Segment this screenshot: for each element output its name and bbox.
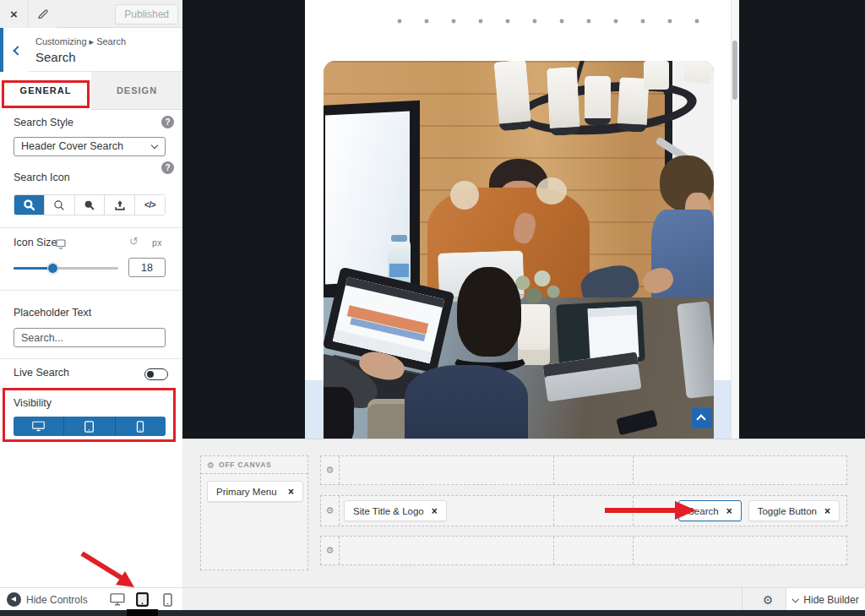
gear-icon[interactable]: ⚙ — [207, 461, 215, 470]
controls-footer: Hide Controls — [0, 587, 182, 610]
tab-bar: GENERAL DESIGN — [0, 72, 182, 110]
reset-icon[interactable]: ↺ — [129, 235, 139, 248]
help-icon[interactable]: ? — [161, 161, 174, 174]
builder-cell[interactable] — [634, 537, 846, 564]
search-bold-icon[interactable] — [14, 195, 44, 215]
search-filled-icon[interactable] — [74, 195, 105, 215]
triangle-left-icon — [11, 597, 16, 602]
remove-icon[interactable]: × — [288, 487, 294, 497]
breadcrumb: Customizing ▸ Search — [35, 36, 126, 47]
photo-lamp-shade — [547, 67, 580, 136]
builder-cell[interactable] — [340, 456, 554, 484]
off-canvas-header: ⚙ OFF CANVAS — [201, 456, 307, 474]
visibility-mobile-button[interactable] — [115, 417, 166, 436]
builder-cell[interactable] — [554, 496, 634, 526]
mobile-icon — [163, 593, 172, 607]
search-style-label: Search Style — [14, 117, 73, 128]
live-search-toggle[interactable] — [144, 368, 168, 380]
visibility-label: Visibility — [14, 397, 52, 409]
remove-icon[interactable]: × — [432, 506, 438, 516]
builder-item-site-title[interactable]: Site Title & Logo × — [344, 500, 447, 521]
icon-size-input[interactable] — [128, 258, 166, 277]
collapse-controls-button[interactable] — [7, 592, 21, 607]
search-style-value: Header Cover Search — [21, 140, 123, 152]
hide-controls-label[interactable]: Hide Controls — [26, 594, 88, 606]
edit-shortcuts-button[interactable] — [30, 0, 57, 28]
customizer-topbar: × Published — [0, 0, 182, 28]
builder-row-bottom: ⚙ — [320, 536, 847, 565]
photo-laptop-right-document — [587, 307, 639, 360]
help-icon[interactable]: ? — [161, 116, 174, 128]
chevron-down-icon — [151, 142, 158, 149]
row-settings-button[interactable]: ⚙ — [321, 456, 340, 484]
photo-bottle-label — [389, 264, 409, 277]
back-button[interactable] — [3, 28, 29, 72]
chevron-left-icon — [13, 46, 22, 55]
active-device-indicator — [127, 609, 158, 616]
search-style-select[interactable]: Header Cover Search — [14, 137, 166, 156]
search-outline-icon[interactable] — [44, 195, 74, 215]
placeholder-text-input[interactable] — [14, 328, 166, 347]
builder-cell[interactable]: Search × Toggle Button × — [634, 496, 846, 526]
divider — [742, 588, 743, 611]
code-icon[interactable]: </> — [134, 195, 165, 215]
builder-cell[interactable]: Site Title & Logo × — [340, 496, 554, 526]
visibility-tablet-button[interactable] — [63, 417, 114, 436]
chevron-up-icon — [696, 414, 705, 423]
panel-header: Customizing ▸ Search Search — [0, 28, 182, 72]
decorative-dots-pattern — [384, 5, 715, 44]
unit-label: px — [152, 237, 162, 248]
scroll-to-top-button[interactable] — [692, 408, 712, 428]
row-settings-button[interactable]: ⚙ — [321, 537, 340, 564]
builder-item-primary-menu[interactable]: Primary Menu × — [207, 481, 303, 502]
preview-desktop-button[interactable] — [107, 591, 128, 608]
builder-cell[interactable] — [554, 537, 634, 564]
photo-person-front-shirt — [405, 365, 528, 439]
photo-person-left-edge — [324, 387, 354, 439]
chip-label: Primary Menu — [216, 487, 277, 497]
builder-item-search[interactable]: Search × — [678, 500, 741, 521]
preview-scrollbar-thumb[interactable] — [732, 41, 737, 100]
preview-mobile-button[interactable] — [157, 591, 177, 608]
builder-row-main: ⚙ Site Title & Logo × Search × Toggle Bu… — [320, 495, 847, 526]
wordpress-customizer: × Published Customizing ▸ Search Search … — [0, 0, 865, 616]
chip-label: Search — [688, 506, 718, 516]
visibility-desktop-button[interactable] — [14, 417, 63, 436]
photo-hoodie-collar — [536, 177, 567, 204]
controls-panel: Search Style ? Header Cover Search ? Sea… — [0, 110, 182, 587]
builder-cell[interactable] — [634, 456, 846, 484]
slider-thumb[interactable] — [47, 263, 58, 274]
builder-footer: ⚙ Hide Builder — [182, 587, 865, 610]
builder-cell[interactable] — [340, 537, 554, 564]
chip-label: Toggle Button — [758, 506, 817, 516]
search-icon-label: Search Icon — [14, 172, 70, 183]
builder-cell[interactable] — [554, 456, 634, 484]
customizer-sidebar: × Published Customizing ▸ Search Search … — [0, 0, 182, 616]
placeholder-text-label: Placeholder Text — [14, 307, 91, 319]
photo-lamp-shade — [684, 61, 713, 84]
hero-photo — [324, 61, 714, 439]
row-settings-button[interactable]: ⚙ — [321, 496, 340, 526]
builder-settings-button[interactable]: ⚙ — [753, 588, 783, 611]
code-icon-text: </> — [144, 200, 155, 210]
page-title: Search — [35, 50, 76, 64]
responsive-desktop-icon[interactable] — [56, 237, 66, 253]
preview-tablet-button[interactable] — [132, 591, 152, 608]
live-search-label: Live Search — [14, 367, 69, 379]
photo-lamp-shade — [493, 61, 531, 131]
divider — [0, 227, 182, 228]
photo-hoodie-collar — [450, 181, 479, 210]
builder-item-toggle-button[interactable]: Toggle Button × — [748, 500, 840, 521]
published-button[interactable]: Published — [115, 4, 178, 25]
hide-builder-button[interactable]: Hide Builder — [786, 588, 865, 611]
search-icon-options: </> — [14, 194, 166, 215]
icon-size-slider[interactable] — [14, 267, 118, 270]
tab-general[interactable]: GENERAL — [0, 72, 91, 110]
hide-builder-label: Hide Builder — [803, 594, 858, 606]
remove-icon[interactable]: × — [824, 506, 830, 516]
upload-icon[interactable] — [104, 195, 134, 215]
remove-icon[interactable]: × — [726, 506, 732, 516]
close-customizer-button[interactable]: × — [0, 0, 29, 28]
tab-design[interactable]: DESIGN — [91, 72, 182, 110]
tablet-icon — [136, 592, 149, 607]
